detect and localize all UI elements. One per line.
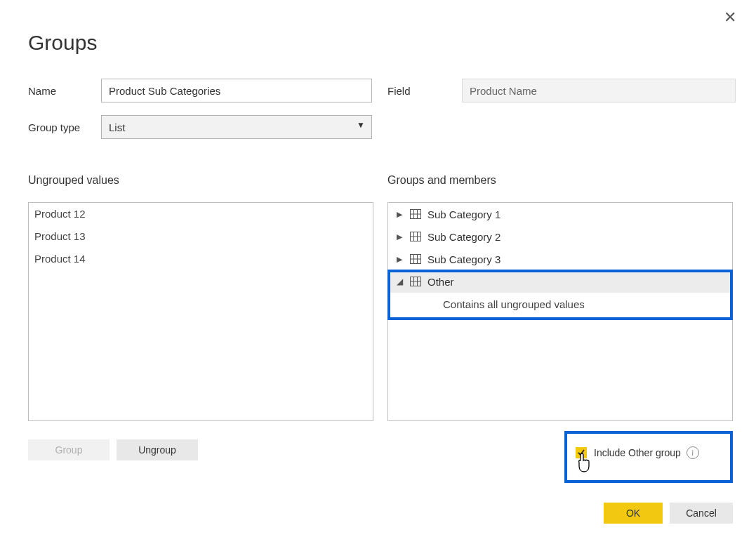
groups-listbox[interactable]: ▶ Sub Category 1 ▶ Sub Category 2 ▶ Sub … [387, 202, 733, 421]
groups-and-members-label: Groups and members [387, 174, 496, 187]
tree-row-label: Sub Category 1 [427, 208, 500, 220]
list-item[interactable]: Product 12 [29, 203, 373, 225]
field-label: Field [387, 85, 462, 97]
table-icon [409, 275, 422, 288]
tree-row-label: Sub Category 2 [427, 231, 500, 243]
dialog-title: Groups [28, 31, 97, 55]
table-icon [409, 253, 422, 265]
table-icon [409, 230, 422, 243]
field-input [462, 79, 736, 102]
caret-right-icon: ▶ [397, 210, 406, 219]
ok-button[interactable]: OK [604, 503, 663, 524]
close-button[interactable]: ✕ [724, 8, 736, 27]
caret-right-icon: ▶ [397, 232, 406, 241]
ungrouped-values-label: Ungrouped values [28, 174, 119, 187]
close-icon: ✕ [724, 8, 736, 26]
tree-row[interactable]: ▶ Sub Category 2 [388, 225, 732, 248]
tree-row-label: Other [427, 276, 454, 288]
caret-down-icon: ◢ [397, 277, 406, 286]
cancel-button[interactable]: Cancel [670, 503, 733, 524]
include-other-label: Include Other group [594, 447, 681, 458]
include-other-group[interactable]: Include Other group i [576, 446, 699, 459]
group-type-select[interactable]: List ▼ [101, 115, 372, 139]
name-label: Name [28, 85, 101, 97]
tree-subrow-label: Contains all ungrouped values [443, 298, 585, 310]
checkbox-checked-icon [576, 447, 587, 458]
list-item[interactable]: Product 13 [29, 225, 373, 248]
caret-right-icon: ▶ [397, 255, 406, 264]
ungrouped-listbox[interactable]: Product 12 Product 13 Product 14 [28, 202, 373, 421]
tree-row-label: Sub Category 3 [427, 253, 500, 265]
tree-subrow[interactable]: Contains all ungrouped values [388, 293, 732, 315]
info-icon[interactable]: i [687, 446, 699, 459]
ungroup-button[interactable]: Ungroup [117, 439, 198, 460]
tree-row[interactable]: ▶ Sub Category 3 [388, 248, 732, 270]
name-input[interactable] [101, 79, 372, 102]
group-type-label: Group type [28, 121, 101, 133]
table-icon [409, 208, 422, 220]
tree-row-other[interactable]: ◢ Other [388, 270, 732, 293]
tree-row[interactable]: ▶ Sub Category 1 [388, 203, 732, 225]
group-button: Group [28, 439, 110, 460]
list-item[interactable]: Product 14 [29, 248, 373, 270]
